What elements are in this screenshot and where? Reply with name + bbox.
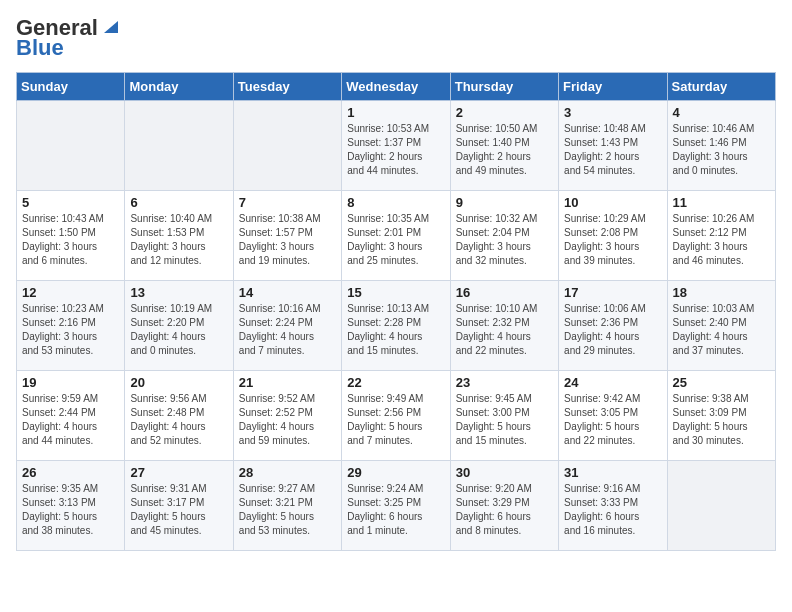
week-row-2: 5Sunrise: 10:43 AM Sunset: 1:50 PM Dayli… bbox=[17, 191, 776, 281]
calendar-cell bbox=[125, 101, 233, 191]
day-detail: Sunrise: 9:52 AM Sunset: 2:52 PM Dayligh… bbox=[239, 392, 336, 448]
calendar-cell: 26Sunrise: 9:35 AM Sunset: 3:13 PM Dayli… bbox=[17, 461, 125, 551]
calendar-cell: 19Sunrise: 9:59 AM Sunset: 2:44 PM Dayli… bbox=[17, 371, 125, 461]
day-number: 4 bbox=[673, 105, 770, 120]
day-detail: Sunrise: 9:27 AM Sunset: 3:21 PM Dayligh… bbox=[239, 482, 336, 538]
day-number: 10 bbox=[564, 195, 661, 210]
day-number: 25 bbox=[673, 375, 770, 390]
day-detail: Sunrise: 10:46 AM Sunset: 1:46 PM Daylig… bbox=[673, 122, 770, 178]
logo-text-blue: Blue bbox=[16, 36, 64, 60]
day-detail: Sunrise: 10:10 AM Sunset: 2:32 PM Daylig… bbox=[456, 302, 553, 358]
day-detail: Sunrise: 10:06 AM Sunset: 2:36 PM Daylig… bbox=[564, 302, 661, 358]
day-number: 20 bbox=[130, 375, 227, 390]
day-detail: Sunrise: 10:26 AM Sunset: 2:12 PM Daylig… bbox=[673, 212, 770, 268]
day-detail: Sunrise: 9:42 AM Sunset: 3:05 PM Dayligh… bbox=[564, 392, 661, 448]
day-number: 5 bbox=[22, 195, 119, 210]
day-number: 28 bbox=[239, 465, 336, 480]
day-detail: Sunrise: 10:03 AM Sunset: 2:40 PM Daylig… bbox=[673, 302, 770, 358]
day-number: 19 bbox=[22, 375, 119, 390]
day-detail: Sunrise: 9:16 AM Sunset: 3:33 PM Dayligh… bbox=[564, 482, 661, 538]
day-detail: Sunrise: 10:40 AM Sunset: 1:53 PM Daylig… bbox=[130, 212, 227, 268]
week-row-1: 1Sunrise: 10:53 AM Sunset: 1:37 PM Dayli… bbox=[17, 101, 776, 191]
calendar-table: SundayMondayTuesdayWednesdayThursdayFrid… bbox=[16, 72, 776, 551]
calendar-cell: 10Sunrise: 10:29 AM Sunset: 2:08 PM Dayl… bbox=[559, 191, 667, 281]
day-number: 21 bbox=[239, 375, 336, 390]
calendar-cell: 17Sunrise: 10:06 AM Sunset: 2:36 PM Dayl… bbox=[559, 281, 667, 371]
calendar-cell: 24Sunrise: 9:42 AM Sunset: 3:05 PM Dayli… bbox=[559, 371, 667, 461]
day-number: 17 bbox=[564, 285, 661, 300]
calendar-cell: 14Sunrise: 10:16 AM Sunset: 2:24 PM Dayl… bbox=[233, 281, 341, 371]
days-of-week-row: SundayMondayTuesdayWednesdayThursdayFrid… bbox=[17, 73, 776, 101]
page-header: General Blue bbox=[16, 16, 776, 60]
week-row-3: 12Sunrise: 10:23 AM Sunset: 2:16 PM Dayl… bbox=[17, 281, 776, 371]
day-detail: Sunrise: 10:13 AM Sunset: 2:28 PM Daylig… bbox=[347, 302, 444, 358]
day-detail: Sunrise: 9:31 AM Sunset: 3:17 PM Dayligh… bbox=[130, 482, 227, 538]
calendar-cell: 11Sunrise: 10:26 AM Sunset: 2:12 PM Dayl… bbox=[667, 191, 775, 281]
day-detail: Sunrise: 10:35 AM Sunset: 2:01 PM Daylig… bbox=[347, 212, 444, 268]
day-of-week-friday: Friday bbox=[559, 73, 667, 101]
calendar-cell: 1Sunrise: 10:53 AM Sunset: 1:37 PM Dayli… bbox=[342, 101, 450, 191]
day-detail: Sunrise: 9:49 AM Sunset: 2:56 PM Dayligh… bbox=[347, 392, 444, 448]
calendar-cell: 12Sunrise: 10:23 AM Sunset: 2:16 PM Dayl… bbox=[17, 281, 125, 371]
calendar-cell: 16Sunrise: 10:10 AM Sunset: 2:32 PM Dayl… bbox=[450, 281, 558, 371]
day-number: 22 bbox=[347, 375, 444, 390]
day-detail: Sunrise: 9:24 AM Sunset: 3:25 PM Dayligh… bbox=[347, 482, 444, 538]
day-detail: Sunrise: 9:20 AM Sunset: 3:29 PM Dayligh… bbox=[456, 482, 553, 538]
calendar-cell: 13Sunrise: 10:19 AM Sunset: 2:20 PM Dayl… bbox=[125, 281, 233, 371]
day-number: 24 bbox=[564, 375, 661, 390]
calendar-cell: 30Sunrise: 9:20 AM Sunset: 3:29 PM Dayli… bbox=[450, 461, 558, 551]
calendar-cell: 9Sunrise: 10:32 AM Sunset: 2:04 PM Dayli… bbox=[450, 191, 558, 281]
day-of-week-wednesday: Wednesday bbox=[342, 73, 450, 101]
calendar-cell bbox=[17, 101, 125, 191]
day-detail: Sunrise: 10:32 AM Sunset: 2:04 PM Daylig… bbox=[456, 212, 553, 268]
calendar-cell: 2Sunrise: 10:50 AM Sunset: 1:40 PM Dayli… bbox=[450, 101, 558, 191]
day-number: 16 bbox=[456, 285, 553, 300]
day-detail: Sunrise: 9:45 AM Sunset: 3:00 PM Dayligh… bbox=[456, 392, 553, 448]
day-detail: Sunrise: 10:53 AM Sunset: 1:37 PM Daylig… bbox=[347, 122, 444, 178]
day-of-week-thursday: Thursday bbox=[450, 73, 558, 101]
day-number: 7 bbox=[239, 195, 336, 210]
day-number: 14 bbox=[239, 285, 336, 300]
calendar-body: 1Sunrise: 10:53 AM Sunset: 1:37 PM Dayli… bbox=[17, 101, 776, 551]
day-detail: Sunrise: 10:48 AM Sunset: 1:43 PM Daylig… bbox=[564, 122, 661, 178]
calendar-cell: 3Sunrise: 10:48 AM Sunset: 1:43 PM Dayli… bbox=[559, 101, 667, 191]
day-number: 3 bbox=[564, 105, 661, 120]
day-number: 6 bbox=[130, 195, 227, 210]
day-number: 8 bbox=[347, 195, 444, 210]
calendar-cell: 8Sunrise: 10:35 AM Sunset: 2:01 PM Dayli… bbox=[342, 191, 450, 281]
calendar-cell: 28Sunrise: 9:27 AM Sunset: 3:21 PM Dayli… bbox=[233, 461, 341, 551]
day-number: 2 bbox=[456, 105, 553, 120]
day-number: 30 bbox=[456, 465, 553, 480]
calendar-cell: 31Sunrise: 9:16 AM Sunset: 3:33 PM Dayli… bbox=[559, 461, 667, 551]
day-detail: Sunrise: 9:59 AM Sunset: 2:44 PM Dayligh… bbox=[22, 392, 119, 448]
day-detail: Sunrise: 10:29 AM Sunset: 2:08 PM Daylig… bbox=[564, 212, 661, 268]
day-detail: Sunrise: 9:35 AM Sunset: 3:13 PM Dayligh… bbox=[22, 482, 119, 538]
calendar-cell: 20Sunrise: 9:56 AM Sunset: 2:48 PM Dayli… bbox=[125, 371, 233, 461]
calendar-cell: 29Sunrise: 9:24 AM Sunset: 3:25 PM Dayli… bbox=[342, 461, 450, 551]
day-detail: Sunrise: 10:43 AM Sunset: 1:50 PM Daylig… bbox=[22, 212, 119, 268]
calendar-cell: 22Sunrise: 9:49 AM Sunset: 2:56 PM Dayli… bbox=[342, 371, 450, 461]
day-number: 11 bbox=[673, 195, 770, 210]
day-detail: Sunrise: 10:50 AM Sunset: 1:40 PM Daylig… bbox=[456, 122, 553, 178]
day-detail: Sunrise: 10:19 AM Sunset: 2:20 PM Daylig… bbox=[130, 302, 227, 358]
day-number: 23 bbox=[456, 375, 553, 390]
calendar-cell: 4Sunrise: 10:46 AM Sunset: 1:46 PM Dayli… bbox=[667, 101, 775, 191]
day-detail: Sunrise: 9:56 AM Sunset: 2:48 PM Dayligh… bbox=[130, 392, 227, 448]
day-number: 26 bbox=[22, 465, 119, 480]
calendar-header: SundayMondayTuesdayWednesdayThursdayFrid… bbox=[17, 73, 776, 101]
calendar-cell: 23Sunrise: 9:45 AM Sunset: 3:00 PM Dayli… bbox=[450, 371, 558, 461]
day-number: 31 bbox=[564, 465, 661, 480]
logo: General Blue bbox=[16, 16, 118, 60]
calendar-cell: 18Sunrise: 10:03 AM Sunset: 2:40 PM Dayl… bbox=[667, 281, 775, 371]
day-detail: Sunrise: 10:38 AM Sunset: 1:57 PM Daylig… bbox=[239, 212, 336, 268]
calendar-cell: 25Sunrise: 9:38 AM Sunset: 3:09 PM Dayli… bbox=[667, 371, 775, 461]
day-of-week-tuesday: Tuesday bbox=[233, 73, 341, 101]
day-detail: Sunrise: 9:38 AM Sunset: 3:09 PM Dayligh… bbox=[673, 392, 770, 448]
day-number: 12 bbox=[22, 285, 119, 300]
calendar-cell bbox=[233, 101, 341, 191]
calendar-cell: 27Sunrise: 9:31 AM Sunset: 3:17 PM Dayli… bbox=[125, 461, 233, 551]
day-number: 27 bbox=[130, 465, 227, 480]
week-row-5: 26Sunrise: 9:35 AM Sunset: 3:13 PM Dayli… bbox=[17, 461, 776, 551]
day-number: 29 bbox=[347, 465, 444, 480]
calendar-cell: 6Sunrise: 10:40 AM Sunset: 1:53 PM Dayli… bbox=[125, 191, 233, 281]
